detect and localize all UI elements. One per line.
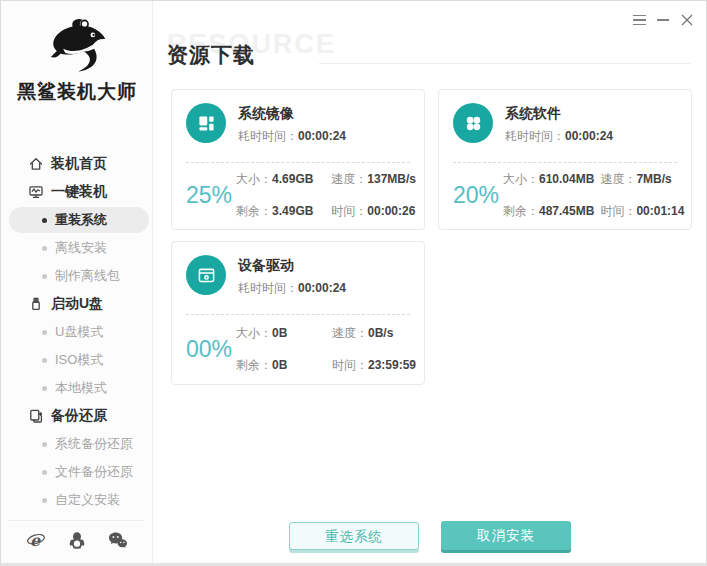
sidebar-item-label: 离线安装 (55, 239, 107, 257)
minimize-icon[interactable] (656, 13, 670, 27)
card-stats: 大小：0B 速度：0B/s 剩余：0B 时间：23:59:59 (236, 325, 416, 374)
usb-icon (28, 296, 44, 312)
card-stats: 大小：4.69GB 速度：137MB/s 剩余：3.49GB 时间：00:00:… (236, 171, 416, 220)
stat-time: 时间：00:01:14 (600, 203, 684, 220)
sidebar-item-boot-usb[interactable]: 启动U盘 (1, 290, 153, 318)
sidebar-item-system-backup-restore[interactable]: 系统备份还原 (1, 430, 153, 458)
stat-size: 大小：610.04MB (503, 171, 594, 188)
card-stats: 大小：610.04MB 速度：7MB/s 剩余：487.45MB 时间：00:0… (503, 171, 684, 220)
bullet-icon (42, 442, 47, 447)
sidebar-item-label: U盘模式 (55, 323, 103, 341)
sidebar-item-label: 重装系统 (55, 211, 107, 229)
home-icon (28, 156, 44, 172)
sidebar-item-offline-install[interactable]: 离线安装 (1, 234, 153, 262)
download-card-device-driver: 设备驱动 耗时时间：00:00:24 00% 大小：0B 速度：0B/s 剩余：… (171, 241, 425, 385)
svg-text:e: e (30, 531, 41, 550)
page-title: 资源下载 (167, 41, 255, 69)
progress-percent: 25% (186, 182, 232, 209)
card-elapsed: 耗时时间：00:00:24 (238, 280, 346, 297)
sidebar-menu: 装机首页 一键装机 重装系统 离线安装 制作离线包 (1, 150, 153, 514)
sidebar-footer-divider (9, 520, 144, 521)
reselect-system-button[interactable]: 重选系统 (289, 522, 419, 550)
cancel-install-button[interactable]: 取消安装 (441, 521, 571, 550)
sidebar-footer: e (1, 527, 153, 553)
card-dashed-divider (453, 162, 677, 163)
sidebar-item-label: 启动U盘 (51, 295, 103, 313)
brand-title: 黑鲨装机大师 (1, 79, 153, 105)
sidebar-item-label: 本地模式 (55, 379, 107, 397)
card-dashed-divider (186, 314, 410, 315)
card-title: 系统软件 (505, 105, 561, 123)
stat-remaining: 剩余：0B (236, 357, 287, 374)
stat-remaining: 剩余：487.45MB (503, 203, 594, 220)
sidebar-item-label: 装机首页 (51, 155, 107, 173)
ie-icon[interactable]: e (26, 530, 46, 550)
device-driver-icon (186, 255, 226, 295)
stat-remaining: 剩余：3.49GB (236, 203, 313, 220)
qq-icon[interactable] (67, 530, 87, 550)
bullet-icon (42, 498, 47, 503)
stat-time: 时间：23:59:59 (332, 357, 416, 374)
bullet-icon (42, 358, 47, 363)
card-elapsed: 耗时时间：00:00:24 (238, 128, 346, 145)
sidebar-item-make-offline-pack[interactable]: 制作离线包 (1, 262, 153, 290)
bullet-icon (42, 274, 47, 279)
sidebar: 黑鲨装机大师 装机首页 一键装机 重装系统 离线安装 (1, 1, 153, 563)
card-title: 系统镜像 (238, 105, 294, 123)
sidebar-item-file-backup-restore[interactable]: 文件备份还原 (1, 458, 153, 486)
stat-speed: 速度：7MB/s (600, 171, 684, 188)
sidebar-item-iso-mode[interactable]: ISO模式 (1, 346, 153, 374)
sidebar-item-home[interactable]: 装机首页 (1, 150, 153, 178)
card-dashed-divider (186, 162, 410, 163)
card-title: 设备驱动 (238, 257, 294, 275)
window-controls (632, 13, 694, 27)
menu-icon[interactable] (632, 13, 646, 27)
sidebar-item-label: 一键装机 (51, 183, 107, 201)
bullet-icon (42, 330, 47, 335)
sidebar-item-reinstall-system[interactable]: 重装系统 (1, 206, 153, 234)
app-window: 黑鲨装机大师 装机首页 一键装机 重装系统 离线安装 (0, 0, 707, 566)
progress-percent: 00% (186, 336, 232, 363)
backup-icon (28, 408, 44, 424)
close-icon[interactable] (680, 13, 694, 27)
stat-time: 时间：00:00:26 (331, 203, 416, 220)
monitor-icon (28, 184, 44, 200)
system-image-icon (186, 103, 226, 143)
stat-size: 大小：0B (236, 325, 287, 342)
stat-speed: 速度：137MB/s (331, 171, 416, 188)
sidebar-item-label: ISO模式 (55, 351, 103, 369)
bullet-icon (42, 386, 47, 391)
sidebar-item-label: 制作离线包 (55, 267, 120, 285)
download-card-system-software: 系统软件 耗时时间：00:00:24 20% 大小：610.04MB 速度：7M… (438, 89, 692, 230)
title-divider (319, 63, 690, 64)
sidebar-item-onekey-install[interactable]: 一键装机 (1, 178, 153, 206)
card-elapsed: 耗时时间：00:00:24 (505, 128, 613, 145)
progress-percent: 20% (453, 182, 499, 209)
sidebar-item-backup-restore[interactable]: 备份还原 (1, 402, 153, 430)
bullet-icon (42, 218, 47, 223)
bullet-icon (42, 246, 47, 251)
bullet-icon (42, 470, 47, 475)
sidebar-item-label: 文件备份还原 (55, 463, 133, 481)
stat-size: 大小：4.69GB (236, 171, 313, 188)
sidebar-item-label: 自定义安装 (55, 491, 120, 509)
shark-logo-icon (41, 17, 113, 75)
wechat-icon[interactable] (108, 530, 128, 550)
sidebar-item-usb-mode[interactable]: U盘模式 (1, 318, 153, 346)
sidebar-item-custom-install[interactable]: 自定义安装 (1, 486, 153, 514)
download-card-system-image: 系统镜像 耗时时间：00:00:24 25% 大小：4.69GB 速度：137M… (171, 89, 425, 230)
sidebar-item-local-mode[interactable]: 本地模式 (1, 374, 153, 402)
stat-speed: 速度：0B/s (332, 325, 416, 342)
sidebar-item-label: 备份还原 (51, 407, 107, 425)
app-logo (1, 17, 153, 79)
sidebar-item-label: 系统备份还原 (55, 435, 133, 453)
system-software-icon (453, 103, 493, 143)
